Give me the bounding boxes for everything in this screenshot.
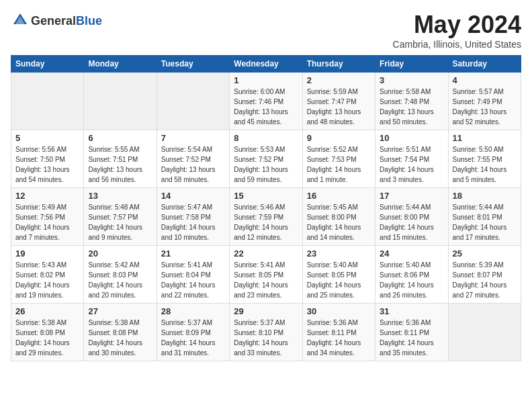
day-number: 26 bbox=[15, 306, 79, 316]
day-number: 31 bbox=[380, 306, 443, 316]
calendar-cell: 4Sunrise: 5:57 AMSunset: 7:49 PMDaylight… bbox=[448, 73, 521, 130]
day-number: 4 bbox=[453, 75, 517, 85]
day-number: 2 bbox=[307, 75, 371, 85]
day-info: Sunrise: 5:55 AMSunset: 7:51 PMDaylight:… bbox=[88, 144, 152, 185]
calendar-cell: 3Sunrise: 5:58 AMSunset: 7:48 PMDaylight… bbox=[375, 73, 448, 130]
day-number: 29 bbox=[234, 306, 298, 316]
day-number: 30 bbox=[307, 306, 371, 316]
day-number: 1 bbox=[234, 75, 298, 85]
logo-general-text: General bbox=[31, 14, 76, 28]
calendar-cell: 19Sunrise: 5:43 AMSunset: 8:02 PMDayligh… bbox=[11, 246, 84, 304]
day-info: Sunrise: 5:41 AMSunset: 8:04 PMDaylight:… bbox=[161, 260, 225, 300]
day-info: Sunrise: 5:44 AMSunset: 8:00 PMDaylight:… bbox=[380, 202, 443, 242]
calendar-cell bbox=[11, 73, 84, 130]
month-title: May 2024 bbox=[393, 11, 521, 39]
day-number: 11 bbox=[453, 133, 517, 143]
calendar-cell: 28Sunrise: 5:37 AMSunset: 8:09 PMDayligh… bbox=[157, 304, 229, 361]
day-info: Sunrise: 5:50 AMSunset: 7:55 PMDaylight:… bbox=[453, 144, 517, 185]
calendar-cell: 8Sunrise: 5:53 AMSunset: 7:52 PMDaylight… bbox=[230, 130, 302, 188]
day-number: 9 bbox=[307, 133, 371, 143]
day-number: 10 bbox=[380, 133, 443, 143]
calendar-cell: 1Sunrise: 6:00 AMSunset: 7:46 PMDaylight… bbox=[230, 73, 302, 130]
calendar-cell: 14Sunrise: 5:47 AMSunset: 7:58 PMDayligh… bbox=[157, 188, 229, 246]
day-number: 7 bbox=[161, 133, 225, 143]
calendar-cell: 17Sunrise: 5:44 AMSunset: 8:00 PMDayligh… bbox=[375, 188, 448, 246]
day-info: Sunrise: 5:39 AMSunset: 8:07 PMDaylight:… bbox=[453, 260, 517, 300]
calendar-cell: 25Sunrise: 5:39 AMSunset: 8:07 PMDayligh… bbox=[448, 246, 521, 304]
logo-blue-text: Blue bbox=[76, 14, 102, 28]
calendar-cell: 16Sunrise: 5:45 AMSunset: 8:00 PMDayligh… bbox=[302, 188, 375, 246]
day-number: 25 bbox=[453, 248, 517, 259]
calendar-cell: 26Sunrise: 5:38 AMSunset: 8:08 PMDayligh… bbox=[11, 304, 84, 361]
day-info: Sunrise: 5:48 AMSunset: 7:57 PMDaylight:… bbox=[88, 202, 152, 242]
day-number: 23 bbox=[307, 248, 371, 259]
day-info: Sunrise: 5:37 AMSunset: 8:10 PMDaylight:… bbox=[234, 318, 298, 358]
day-number: 18 bbox=[453, 191, 517, 201]
logo: GeneralBlue bbox=[11, 11, 102, 32]
calendar-cell: 10Sunrise: 5:51 AMSunset: 7:54 PMDayligh… bbox=[375, 130, 448, 188]
calendar-cell: 13Sunrise: 5:48 AMSunset: 7:57 PMDayligh… bbox=[84, 188, 157, 246]
calendar-cell bbox=[84, 73, 157, 130]
calendar-week-row: 12Sunrise: 5:49 AMSunset: 7:56 PMDayligh… bbox=[11, 188, 521, 246]
logo-svg-icon bbox=[11, 11, 30, 32]
day-number: 19 bbox=[15, 248, 79, 259]
calendar-cell: 21Sunrise: 5:41 AMSunset: 8:04 PMDayligh… bbox=[157, 246, 229, 304]
day-number: 17 bbox=[380, 191, 443, 201]
day-info: Sunrise: 5:40 AMSunset: 8:06 PMDaylight:… bbox=[380, 260, 443, 300]
calendar-header-row: Sunday Monday Tuesday Wednesday Thursday… bbox=[11, 56, 521, 73]
day-info: Sunrise: 5:46 AMSunset: 7:59 PMDaylight:… bbox=[234, 202, 298, 242]
calendar-cell: 18Sunrise: 5:44 AMSunset: 8:01 PMDayligh… bbox=[448, 188, 521, 246]
calendar-cell: 12Sunrise: 5:49 AMSunset: 7:56 PMDayligh… bbox=[11, 188, 84, 246]
day-number: 15 bbox=[234, 191, 298, 201]
day-info: Sunrise: 5:44 AMSunset: 8:01 PMDaylight:… bbox=[453, 202, 517, 242]
calendar-week-row: 1Sunrise: 6:00 AMSunset: 7:46 PMDaylight… bbox=[11, 73, 521, 130]
calendar-cell: 11Sunrise: 5:50 AMSunset: 7:55 PMDayligh… bbox=[448, 130, 521, 188]
day-number: 5 bbox=[15, 133, 79, 143]
day-number: 22 bbox=[234, 248, 298, 259]
calendar-week-row: 26Sunrise: 5:38 AMSunset: 8:08 PMDayligh… bbox=[11, 304, 521, 361]
calendar-week-row: 19Sunrise: 5:43 AMSunset: 8:02 PMDayligh… bbox=[11, 246, 521, 304]
day-info: Sunrise: 5:43 AMSunset: 8:02 PMDaylight:… bbox=[15, 260, 79, 300]
day-number: 12 bbox=[15, 191, 79, 201]
day-number: 24 bbox=[380, 248, 443, 259]
calendar-cell: 23Sunrise: 5:40 AMSunset: 8:05 PMDayligh… bbox=[302, 246, 375, 304]
calendar-cell bbox=[448, 304, 521, 361]
day-number: 13 bbox=[88, 191, 152, 201]
day-info: Sunrise: 5:42 AMSunset: 8:03 PMDaylight:… bbox=[88, 260, 152, 300]
header-tuesday: Tuesday bbox=[157, 56, 229, 73]
day-number: 8 bbox=[234, 133, 298, 143]
day-number: 20 bbox=[88, 248, 152, 259]
day-info: Sunrise: 5:52 AMSunset: 7:53 PMDaylight:… bbox=[307, 144, 371, 185]
day-info: Sunrise: 5:38 AMSunset: 8:08 PMDaylight:… bbox=[15, 318, 79, 358]
day-info: Sunrise: 5:49 AMSunset: 7:56 PMDaylight:… bbox=[15, 202, 79, 242]
day-info: Sunrise: 5:59 AMSunset: 7:47 PMDaylight:… bbox=[307, 87, 371, 127]
day-info: Sunrise: 5:54 AMSunset: 7:52 PMDaylight:… bbox=[161, 144, 225, 185]
location-text: Cambria, Illinois, United States bbox=[393, 39, 521, 50]
calendar-cell bbox=[157, 73, 229, 130]
day-info: Sunrise: 6:00 AMSunset: 7:46 PMDaylight:… bbox=[234, 87, 298, 127]
header-thursday: Thursday bbox=[302, 56, 375, 73]
calendar-week-row: 5Sunrise: 5:56 AMSunset: 7:50 PMDaylight… bbox=[11, 130, 521, 188]
header-monday: Monday bbox=[84, 56, 157, 73]
header-sunday: Sunday bbox=[11, 56, 84, 73]
day-info: Sunrise: 5:51 AMSunset: 7:54 PMDaylight:… bbox=[380, 144, 443, 185]
day-number: 14 bbox=[161, 191, 225, 201]
day-info: Sunrise: 5:45 AMSunset: 8:00 PMDaylight:… bbox=[307, 202, 371, 242]
calendar-table: Sunday Monday Tuesday Wednesday Thursday… bbox=[11, 55, 521, 361]
header-friday: Friday bbox=[375, 56, 448, 73]
day-info: Sunrise: 5:37 AMSunset: 8:09 PMDaylight:… bbox=[161, 318, 225, 358]
calendar-cell: 15Sunrise: 5:46 AMSunset: 7:59 PMDayligh… bbox=[230, 188, 302, 246]
calendar-cell: 30Sunrise: 5:36 AMSunset: 8:11 PMDayligh… bbox=[302, 304, 375, 361]
calendar-cell: 2Sunrise: 5:59 AMSunset: 7:47 PMDaylight… bbox=[302, 73, 375, 130]
header-wednesday: Wednesday bbox=[230, 56, 302, 73]
calendar-cell: 31Sunrise: 5:36 AMSunset: 8:11 PMDayligh… bbox=[375, 304, 448, 361]
day-number: 28 bbox=[161, 306, 225, 316]
day-info: Sunrise: 5:56 AMSunset: 7:50 PMDaylight:… bbox=[15, 144, 79, 185]
day-number: 27 bbox=[88, 306, 152, 316]
calendar-cell: 7Sunrise: 5:54 AMSunset: 7:52 PMDaylight… bbox=[157, 130, 229, 188]
header-saturday: Saturday bbox=[448, 56, 521, 73]
day-info: Sunrise: 5:58 AMSunset: 7:48 PMDaylight:… bbox=[380, 87, 443, 127]
day-info: Sunrise: 5:36 AMSunset: 8:11 PMDaylight:… bbox=[307, 318, 371, 358]
calendar-cell: 27Sunrise: 5:38 AMSunset: 8:08 PMDayligh… bbox=[84, 304, 157, 361]
day-info: Sunrise: 5:38 AMSunset: 8:08 PMDaylight:… bbox=[88, 318, 152, 358]
